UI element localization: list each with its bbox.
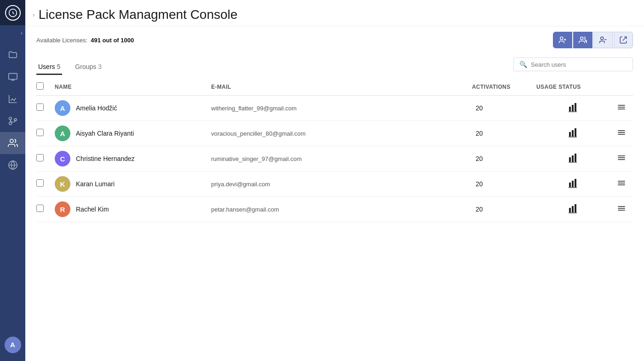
tabs: Users5 Groups3: [36, 57, 513, 75]
user-email-2: ruminative_singer_97@gmail.com: [211, 155, 472, 162]
license-count: 491 out of 1000: [91, 37, 134, 44]
row-menu-icon-1: [617, 128, 626, 137]
content-area: Users5 Groups3 🔍 Name E-mail Activations…: [25, 54, 644, 361]
user-cell-3: K Karan Lumari: [55, 176, 211, 192]
row-checkbox-4[interactable]: [36, 205, 44, 212]
toolbar-buttons: [553, 32, 633, 48]
export-button[interactable]: [614, 32, 633, 48]
svg-rect-32: [575, 154, 576, 162]
app-logo[interactable]: [0, 0, 25, 25]
search-input[interactable]: [531, 61, 627, 68]
bar-chart-icon-4[interactable]: [568, 203, 578, 216]
avatar-4: R: [55, 201, 70, 217]
usage-chart-svg-4: [568, 203, 578, 213]
svg-point-2: [9, 117, 12, 120]
table-row: A Amelia Hodžić withering_flatter_99@gma…: [36, 96, 633, 121]
page-title: License Pack Managment Console: [39, 7, 633, 22]
user-status-1: [536, 127, 610, 140]
user-cell-0: A Amelia Hodžić: [55, 100, 211, 116]
table-row: R Rachel Kim petar.hansen@gmail.com 20: [36, 197, 633, 222]
monitor-icon: [8, 72, 18, 82]
user-cell-1: A Aisyah Clara Riyanti: [55, 126, 211, 141]
user-cell-4: R Rachel Kim: [55, 201, 211, 217]
users-icon: [8, 138, 18, 148]
row-menu-4[interactable]: [610, 204, 633, 215]
usage-chart-svg-1: [568, 127, 578, 138]
row-menu-3[interactable]: [610, 179, 633, 189]
sidebar-item-chart[interactable]: [0, 88, 25, 110]
user-name-0: Amelia Hodžić: [76, 104, 117, 112]
user-activations-4: 20: [472, 206, 536, 213]
sidebar-item-users[interactable]: [0, 132, 25, 154]
row-menu-2[interactable]: [610, 154, 633, 164]
tab-groups[interactable]: Groups3: [73, 59, 104, 75]
table-row: C Christine Hernandez ruminative_singer_…: [36, 146, 633, 172]
user-email-1: voracious_penciller_80@gmail.com: [211, 130, 472, 137]
user-name-3: Karan Lumari: [76, 180, 115, 188]
avatar-3: K: [55, 176, 70, 192]
svg-point-13: [601, 37, 604, 40]
user-status-3: [536, 178, 610, 190]
users-table: Name E-mail Activations Usage Status A A…: [36, 79, 633, 222]
bar-chart-icon-0[interactable]: [568, 102, 578, 115]
logo-circle: [5, 5, 21, 21]
user-avatar-sidebar[interactable]: A: [0, 332, 25, 357]
svg-rect-23: [569, 132, 571, 137]
sidebar-item-folder[interactable]: [0, 44, 25, 66]
svg-rect-25: [575, 128, 576, 137]
sidebar-item-monitor[interactable]: [0, 66, 25, 88]
row-checkbox-3[interactable]: [36, 179, 44, 187]
avatar-2: C: [55, 151, 70, 166]
row-checkbox-1[interactable]: [36, 129, 44, 136]
svg-line-15: [623, 37, 627, 40]
header: › License Pack Managment Console: [25, 0, 644, 26]
select-all-checkbox[interactable]: [36, 82, 44, 90]
tab-users[interactable]: Users5: [36, 59, 62, 75]
sidebar-item-web[interactable]: [0, 154, 25, 176]
col-header-email: E-mail: [211, 84, 472, 90]
svg-rect-37: [569, 183, 571, 187]
svg-rect-1: [8, 74, 17, 80]
person-remove-icon: [599, 36, 607, 44]
row-menu-1[interactable]: [610, 128, 633, 139]
search-container: 🔍: [513, 57, 633, 71]
header-chevron[interactable]: ›: [33, 11, 35, 18]
user-name-4: Rachel Kim: [76, 206, 109, 213]
row-menu-icon-3: [617, 179, 626, 187]
license-info: Available Licenses: 491 out of 1000: [36, 37, 553, 44]
user-email-0: withering_flatter_99@gmail.com: [211, 105, 472, 112]
svg-rect-17: [572, 105, 574, 111]
sidebar-expand-chevron[interactable]: ›: [21, 29, 23, 36]
row-menu-0[interactable]: [610, 103, 633, 114]
bar-chart-icon-1[interactable]: [568, 127, 578, 140]
user-name-1: Aisyah Clara Riyanti: [76, 130, 134, 137]
row-checkbox-2[interactable]: [36, 154, 44, 161]
add-group-button[interactable]: [573, 32, 592, 48]
chart-bar-icon: [8, 94, 18, 104]
sidebar-nav: [0, 40, 25, 332]
user-avatar-circle: A: [5, 337, 21, 353]
user-status-0: [536, 102, 610, 115]
svg-point-5: [10, 139, 13, 143]
avatar-1: A: [55, 126, 70, 141]
row-menu-icon-0: [617, 103, 626, 111]
svg-rect-18: [575, 103, 576, 111]
table-row: K Karan Lumari priya.devi@gmail.com 20: [36, 172, 633, 197]
person-add-icon: [558, 36, 567, 44]
bar-chart-icon-2[interactable]: [568, 153, 578, 165]
col-header-name: Name: [55, 84, 211, 90]
svg-point-10: [581, 37, 583, 40]
add-user-button[interactable]: [553, 32, 572, 48]
remove-user-button[interactable]: [593, 32, 613, 48]
bar-chart-icon-3[interactable]: [568, 178, 578, 190]
user-cell-2: C Christine Hernandez: [55, 151, 211, 166]
svg-point-7: [560, 37, 563, 40]
web-icon: [8, 160, 18, 170]
row-checkbox-0[interactable]: [36, 103, 44, 111]
table-header: Name E-mail Activations Usage Status: [36, 79, 633, 96]
usage-chart-svg-0: [568, 102, 578, 112]
avatar-0: A: [55, 100, 70, 116]
sidebar-item-git[interactable]: [0, 110, 25, 132]
user-name-2: Christine Hernandez: [76, 155, 135, 162]
user-email-3: priya.devi@gmail.com: [211, 181, 472, 188]
